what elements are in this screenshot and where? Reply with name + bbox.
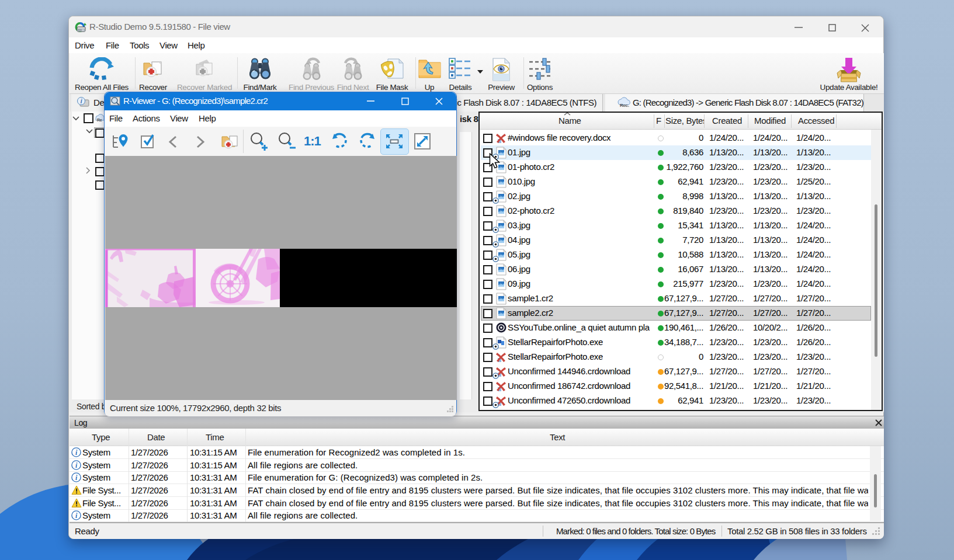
svg-text:Rec.: Rec. [620,103,629,108]
svg-text:Re: Re [97,118,102,122]
